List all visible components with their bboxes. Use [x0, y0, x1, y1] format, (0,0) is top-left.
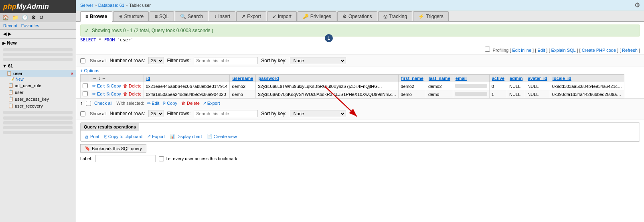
blurred-item-3	[3, 58, 73, 61]
db-expand-icon[interactable]: ▼	[2, 63, 7, 68]
table-icon: 📋	[6, 71, 12, 76]
favorites-link[interactable]: Favorites	[21, 23, 39, 28]
row1-copy-link[interactable]: ⎘ Copy	[107, 84, 121, 88]
export-link[interactable]: ↗ Export	[147, 134, 165, 139]
row2-email-cell	[453, 90, 489, 98]
tab-sql[interactable]: ≡ SQL	[150, 11, 174, 21]
db-icon[interactable]: 📁	[12, 14, 18, 20]
bookmark-button[interactable]: 🔖 Bookmark this SQL query	[80, 144, 146, 153]
row2-active-cell: 1	[489, 90, 507, 98]
settings-gear-icon[interactable]: ⚙	[634, 1, 640, 9]
bottom-export-link[interactable]: ↗ Export	[203, 101, 220, 106]
row2-copy-link[interactable]: ⎘ Copy	[107, 92, 121, 96]
tab-triggers[interactable]: ⚡ Triggers	[413, 11, 449, 21]
col-avatarid-header[interactable]: avatar_id	[525, 75, 550, 82]
settings-icon[interactable]: ⚙	[31, 14, 36, 20]
col-admin-header[interactable]: admin	[507, 75, 525, 82]
row1-firstname-cell: demo2	[399, 82, 426, 90]
tab-search[interactable]: 🔍 Search	[175, 11, 208, 21]
table-icon-2: 📋	[8, 83, 14, 88]
tab-privileges[interactable]: 🔑 Privileges	[298, 11, 336, 21]
tab-operations[interactable]: ⚙ Operations	[337, 11, 377, 21]
row1-checkbox[interactable]	[83, 83, 88, 88]
bottom-copy-link[interactable]: ⎘ Copy	[163, 101, 177, 106]
nav-right-icon[interactable]: →	[102, 76, 106, 81]
col-password-header[interactable]: password	[256, 75, 399, 82]
copy-clipboard-link[interactable]: ⎘ Copy to clipboard	[104, 134, 143, 139]
print-link[interactable]: 🖨 Print	[85, 134, 99, 139]
recent-link[interactable]: Recent	[3, 23, 17, 28]
new-button[interactable]: ▶ New	[0, 39, 76, 47]
col-email-header[interactable]: email	[453, 75, 489, 82]
expand-icon[interactable]: ▶	[8, 31, 11, 37]
check-all-checkbox[interactable]	[86, 101, 91, 106]
explain-sql-link[interactable]: Explain SQL	[551, 48, 576, 53]
tab-tracking[interactable]: ◎ Tracking	[378, 11, 413, 21]
refresh-link[interactable]: Refresh	[622, 48, 638, 53]
collapse-icon[interactable]: ◀	[3, 31, 6, 37]
check-all-link[interactable]: Check all	[94, 101, 112, 106]
bookmark-icon: 🔖	[85, 146, 90, 151]
sidebar-item-user-recovery[interactable]: 📋 user_recovery	[0, 102, 76, 109]
filter-input-top[interactable]	[194, 57, 258, 64]
home-icon[interactable]: 🏠	[2, 14, 9, 20]
row2-firstname-cell: demo	[399, 90, 426, 98]
bookmark-label-input[interactable]	[95, 155, 156, 162]
row1-edit-link[interactable]: ✏ Edit	[92, 84, 105, 88]
sidebar-item-acl-user-role[interactable]: 📋 acl_user_role	[0, 82, 76, 89]
sort-icon[interactable]: ↕	[98, 76, 101, 81]
blurred-item-8	[3, 131, 73, 134]
create-php-code-link[interactable]: Create PHP code	[582, 48, 616, 53]
display-chart-link[interactable]: 📊 Display chart	[170, 134, 202, 139]
tab-import[interactable]: ↙ Import	[267, 11, 297, 21]
sort-key-select-top[interactable]: None	[290, 57, 346, 64]
row2-checkbox[interactable]	[83, 91, 88, 96]
nav-left-icon[interactable]: ←	[93, 76, 97, 81]
row1-delete-link[interactable]: 🗑 Delete	[123, 84, 142, 88]
col-username-header[interactable]: username	[230, 75, 256, 82]
number-rows-select-top[interactable]: 25	[148, 57, 164, 64]
sidebar-item-new-under-user[interactable]: 📝 New	[0, 77, 76, 82]
tab-structure[interactable]: ⊞ Structure	[113, 11, 149, 21]
options-row[interactable]: + Options	[76, 67, 644, 74]
query-results-ops-header[interactable]: Query results operations	[81, 123, 139, 131]
filter-input-bottom[interactable]	[194, 110, 258, 117]
edit-inline-link[interactable]: Edit inline	[512, 48, 531, 53]
row2-delete-link[interactable]: 🗑 Delete	[123, 92, 142, 96]
number-rows-label-top: Number of rows:	[110, 58, 145, 63]
profiling-checkbox[interactable]	[485, 47, 490, 52]
logo: phpMyAdmin	[0, 0, 76, 13]
edit-link[interactable]: Edit	[537, 48, 545, 53]
sort-key-select-bottom[interactable]: None	[290, 110, 346, 117]
row2-edit-link[interactable]: ✏ Edit	[92, 92, 105, 96]
recent-icon[interactable]: 🕐	[22, 14, 28, 20]
number-rows-select-bottom[interactable]: 25	[148, 110, 164, 117]
data-table: ← ↕ → id username password first_name la…	[80, 74, 624, 98]
bookmark-public-checkbox[interactable]	[159, 156, 164, 161]
server-link[interactable]: Server	[80, 3, 93, 8]
operations-icon: ⚙	[342, 14, 347, 19]
database-link[interactable]: Database: 61	[98, 3, 124, 8]
col-firstname-header[interactable]: first_name	[399, 75, 426, 82]
chart-icon: 📊	[170, 134, 175, 139]
tab-export[interactable]: ↗ Export	[236, 11, 266, 21]
sidebar-item-user-access-key[interactable]: 📋 user_access_key	[0, 96, 76, 102]
col-localeid-header[interactable]: locale_id	[550, 75, 624, 82]
bottom-edit-link[interactable]: ✏ Edit	[147, 101, 159, 106]
col-active-header[interactable]: active	[489, 75, 507, 82]
sidebar-item-user2[interactable]: 📋 user	[0, 89, 76, 96]
create-view-link[interactable]: 📄 Create view	[207, 134, 237, 139]
refresh-icon[interactable]: ↺	[39, 14, 44, 20]
tab-insert[interactable]: ↓ Insert	[209, 11, 235, 21]
sidebar-item-user[interactable]: 📋 user ×	[0, 70, 76, 77]
bookmark-public-label: Let every user access this bookmark	[166, 156, 237, 161]
show-all-checkbox-top[interactable]	[80, 58, 85, 63]
row1-id-cell: 0x21eae445a6b64ec0b7ab8ebde31f7914	[144, 82, 230, 90]
blurred-item-5	[3, 116, 73, 120]
show-all-checkbox-bottom[interactable]	[80, 111, 85, 116]
col-lastname-header[interactable]: last_name	[426, 75, 453, 82]
col-id-header[interactable]: id	[144, 75, 230, 82]
bottom-delete-link[interactable]: 🗑 Delete	[181, 101, 200, 106]
tab-browse[interactable]: ≡ Browse	[80, 11, 112, 22]
close-icon[interactable]: ×	[71, 71, 73, 76]
